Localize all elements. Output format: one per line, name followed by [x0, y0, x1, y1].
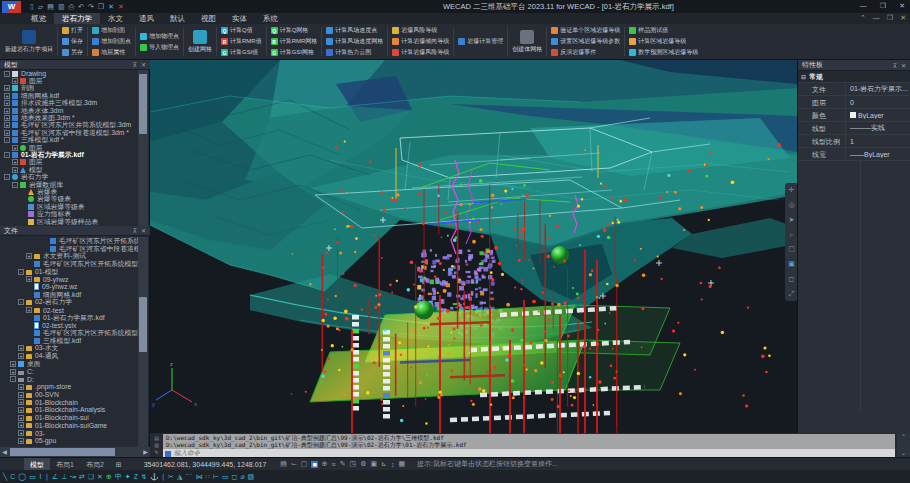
menu-tab-3[interactable]: 通风	[131, 13, 162, 24]
expand-icon[interactable]: +	[18, 438, 24, 444]
draw-tool-icon[interactable]: ⋈	[195, 470, 202, 483]
status-toggle-icon[interactable]: ▤	[280, 460, 287, 468]
property-row[interactable]: 线型比例1	[798, 135, 910, 148]
expand-icon[interactable]: +	[4, 108, 10, 114]
expand-icon[interactable]: +	[18, 407, 24, 413]
pin-icon[interactable]: ⊼	[893, 62, 897, 69]
draw-tool-icon[interactable]: 中	[115, 470, 122, 483]
ribbon-button[interactable]: 计算岩爆风险等级	[392, 48, 449, 58]
window-icon[interactable]: ❒	[98, 1, 104, 13]
command-scrollbar[interactable]: ⌃⌄	[897, 433, 910, 457]
ribbon-button[interactable]: 验证单个区域岩爆等级	[551, 26, 620, 36]
model-scrollbar[interactable]	[138, 70, 148, 226]
tree-item[interactable]: +05-gpu	[0, 437, 138, 445]
ribbon-button[interactable]: 计算岩爆倾向等级	[392, 37, 449, 47]
collapse-icon[interactable]: -	[18, 269, 24, 275]
draw-tool-icon[interactable]: ↯	[141, 470, 147, 483]
tree-item[interactable]: +00-SVN	[0, 391, 138, 399]
close-icon[interactable]: ✕	[141, 227, 146, 234]
collapse-icon[interactable]: -	[4, 152, 10, 158]
status-toggle-icon[interactable]: ▢	[301, 460, 308, 468]
close-icon[interactable]: ✕	[901, 62, 906, 69]
draw-tool-icon[interactable]: C	[10, 470, 15, 483]
draw-tool-icon[interactable]: ⌇	[39, 470, 42, 483]
property-row[interactable]: 线型———实线	[798, 122, 910, 135]
expand-icon[interactable]: +	[26, 307, 32, 313]
zoom-icon[interactable]: ⌕	[790, 231, 794, 239]
scroll-left-icon[interactable]: ◀	[0, 448, 9, 456]
tree-item[interactable]: -岩爆数据库	[0, 181, 138, 188]
viewport-3d[interactable]: z x y ✛ ◎ ➤ ⌕ ▢ ▣ ◻ ⤢ 中 °, 半	[150, 60, 797, 433]
tree-item[interactable]: +C:	[0, 368, 138, 376]
save-all-icon[interactable]: ▥	[58, 1, 65, 13]
expand-icon[interactable]: +	[4, 130, 10, 136]
expand-icon[interactable]: +	[18, 384, 24, 390]
ribbon-button[interactable]: 保存	[62, 37, 83, 47]
expand-icon[interactable]: +	[12, 159, 18, 165]
property-row[interactable]: 颜色ByLayer	[798, 109, 910, 122]
menu-tab-4[interactable]: 默认	[162, 13, 193, 24]
pin-icon[interactable]: ⊼	[133, 227, 137, 234]
new-file-icon[interactable]: ▯	[30, 1, 34, 13]
open-file-icon[interactable]: ▱	[38, 1, 43, 13]
ribbon-button[interactable]: 反演岩爆事件	[551, 48, 620, 58]
expand-icon[interactable]: +	[18, 399, 24, 405]
ribbon-button[interactable]: 增加物理点	[140, 31, 179, 41]
close-icon[interactable]: ✕	[141, 61, 146, 68]
expand-icon[interactable]: +	[4, 100, 10, 106]
expand-icon[interactable]: +	[18, 353, 24, 359]
draw-tool-icon[interactable]: ◻	[232, 470, 238, 483]
collapse-icon[interactable]: -	[10, 376, 16, 382]
draw-tool-icon[interactable]: ⊥	[61, 470, 67, 483]
draw-tool-icon[interactable]: ⇄	[79, 470, 85, 483]
close-icon[interactable]: ✕	[899, 2, 905, 10]
ribbon-button[interactable]: Q计算Q网格	[271, 26, 318, 36]
ribbon-button[interactable]: 新建岩石力学项目	[2, 30, 56, 54]
ribbon-button[interactable]: 创建体网格	[509, 30, 545, 54]
ribbon-button[interactable]: 创建网格	[185, 30, 215, 54]
command-history[interactable]: D:\wecad_sdk_ky\3d_cad_2\bin_git\矿冶-典型例题…	[163, 434, 895, 449]
tree-item[interactable]: +01-Blockchain	[0, 398, 138, 406]
draw-tool-icon[interactable]: ⊕	[106, 470, 112, 483]
draw-tool-icon[interactable]: ∠	[52, 470, 58, 483]
expand-icon[interactable]: +	[18, 422, 24, 428]
ribbon-button[interactable]: R计算RMR值	[221, 37, 262, 47]
tree-item[interactable]: -岩石力学	[0, 173, 138, 180]
expand-icon[interactable]: +	[12, 167, 18, 173]
menu-tab-1[interactable]: 岩石力学	[54, 13, 100, 24]
expand-icon[interactable]: +	[10, 361, 16, 367]
expand-icon[interactable]: +	[4, 122, 10, 128]
expand-icon[interactable]: +	[12, 78, 18, 84]
minimize-icon[interactable]: —	[860, 2, 867, 10]
tree-item[interactable]: +桌面	[0, 360, 138, 368]
ribbon-button[interactable]: 计算区域岩爆等级	[629, 37, 698, 47]
fullscreen-icon[interactable]: ⤢	[789, 290, 795, 298]
ribbon-button[interactable]: 地层属性	[92, 48, 131, 58]
file-scrollbar[interactable]	[138, 237, 148, 447]
expand-icon[interactable]: +	[18, 392, 24, 398]
draw-tool-icon[interactable]: ◯	[18, 470, 26, 483]
ribbon-button[interactable]: 样品测试值	[629, 26, 698, 36]
expand-icon[interactable]: +	[12, 145, 18, 151]
pin-icon[interactable]: ⊼	[133, 61, 137, 68]
ribbon-button[interactable]: 打开	[62, 26, 83, 36]
draw-tool-icon[interactable]: ↝	[70, 470, 76, 483]
tree-item[interactable]: +09-yhwz	[0, 275, 138, 283]
property-row[interactable]: 文件01-岩石力学展示...	[798, 83, 910, 96]
view-solid-icon[interactable]: ◻	[789, 275, 795, 283]
viewport-nav-toolbar[interactable]: ✛ ◎ ➤ ⌕ ▢ ▣ ◻ ⤢	[785, 183, 797, 301]
scroll-right-icon[interactable]: ▶	[141, 448, 150, 456]
draw-tool-icon[interactable]: ✦	[125, 470, 131, 483]
status-toggle-icon[interactable]: ◳	[350, 460, 357, 468]
property-row[interactable]: 图层0	[798, 96, 910, 109]
collapse-icon[interactable]: -	[12, 182, 18, 188]
ribbon-button[interactable]: G计算GSI网格	[271, 48, 318, 58]
expand-icon[interactable]: +	[18, 345, 24, 351]
collapse-icon[interactable]: -	[4, 174, 10, 180]
tree-item[interactable]: 01-岩石力学展示.kdf	[0, 314, 138, 322]
ribbon-button[interactable]: Q计算Q值	[221, 26, 262, 36]
draw-tool-icon[interactable]: ﹌	[185, 470, 192, 483]
ribbon-button[interactable]: 计算热力云图	[326, 48, 383, 58]
ribbon-button[interactable]: G计算GSI值	[221, 48, 262, 58]
ribbon-button[interactable]: 岩爆风险等级	[392, 26, 449, 36]
